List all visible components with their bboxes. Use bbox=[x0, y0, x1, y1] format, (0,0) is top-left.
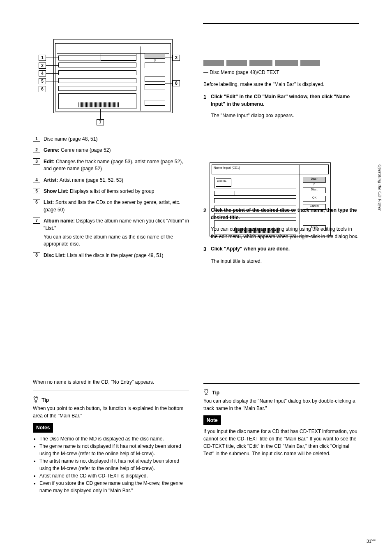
desc-1: Disc name (page 48, 51) bbox=[44, 136, 189, 143]
step-3-after: The input title is stored. bbox=[211, 257, 360, 265]
page: — Disc Memo (page 48)/CD TEXT ▽ 1 2 3 bbox=[0, 0, 392, 556]
no-entry-text: When no name is stored in the CD, "No En… bbox=[33, 378, 189, 386]
step-1: Click "Edit" in the CD "Main Bar" window… bbox=[211, 93, 360, 108]
right-note-text: If you input the disc name for a CD that… bbox=[203, 428, 360, 457]
main-bar-diagram: ▽ 1 2 3 4 5 6 7 8 bbox=[33, 39, 185, 127]
tip-icon bbox=[203, 389, 209, 397]
intro-text: Before labelling, make sure the "Main Ba… bbox=[203, 81, 360, 88]
tip-text: When you point to each button, its funct… bbox=[33, 405, 189, 419]
desc-8: Disc List: Lists all the discs in the pl… bbox=[44, 252, 189, 259]
note-item: The Disc Memo of the MD is displayed as … bbox=[39, 435, 189, 442]
callout-2: 2 bbox=[39, 63, 46, 69]
desc-5: Show List: Displays a list of items sort… bbox=[44, 188, 189, 195]
section-sidebar: Operating the CD Player bbox=[378, 164, 382, 211]
note-item: The artist name is not displayed if it h… bbox=[39, 457, 189, 472]
note-item: The genre name is not displayed if it ha… bbox=[39, 442, 189, 457]
callout-descriptions: 1Disc name (page 48, 51) 2Genre: Genre n… bbox=[33, 136, 189, 263]
desc-6: List: Sorts and lists the CDs on the ser… bbox=[44, 199, 189, 213]
disc-up-button[interactable]: Disc↑ bbox=[303, 177, 326, 183]
callout-5: 5 bbox=[39, 78, 46, 84]
desc-2: Genre: Genre name (page 52) bbox=[44, 147, 189, 154]
left-lower-notes: When no name is stored in the CD, "No En… bbox=[33, 378, 189, 494]
top-rule bbox=[203, 23, 359, 24]
tip-text-right: You can also display the "Name Input" di… bbox=[203, 397, 360, 412]
callout-7: 7 bbox=[97, 119, 104, 125]
tip-icon bbox=[33, 396, 39, 405]
chevron-down-icon: ▽ bbox=[313, 183, 315, 186]
desc-4: Artist: Artist name (page 51, 52, 53) bbox=[44, 177, 189, 184]
note-item: Artist name of the CD with CD-TEXT is di… bbox=[39, 472, 189, 480]
callout-6: 6 bbox=[39, 86, 46, 92]
apply-button[interactable]: Apply bbox=[303, 225, 326, 231]
hidden-title bbox=[203, 60, 323, 66]
callout-1: 1 bbox=[39, 55, 46, 61]
right-lower-notes: Tip You can also display the "Name Input… bbox=[203, 378, 360, 457]
notes-badge: Notes bbox=[33, 423, 53, 433]
desc-7: Album name: Displays the album name when… bbox=[44, 218, 189, 232]
step-3: Click "Apply" when you are done. bbox=[211, 245, 360, 253]
name-input-dialog: Name Input [CD1] Disc 01 Disc↑ ▽ Disc↓ O… bbox=[210, 162, 331, 236]
desc-3: Edit: Changes the track name (page 53), … bbox=[44, 158, 189, 173]
desc-7b: You can also store the album name as the… bbox=[44, 234, 189, 248]
disc-down-button[interactable]: Disc↓ bbox=[303, 188, 326, 193]
callout-4: 4 bbox=[39, 70, 46, 76]
callout-3: 3 bbox=[173, 55, 180, 61]
note-item: Even if you store the CD genre name usin… bbox=[39, 480, 189, 494]
ok-button[interactable]: OK bbox=[303, 196, 326, 202]
page-number: 31GB bbox=[367, 538, 376, 544]
step-1-after: The "Name Input" dialog box appears. bbox=[211, 112, 360, 119]
note-badge: Note bbox=[203, 415, 221, 425]
subtitle: — Disc Memo (page 48)/CD TEXT bbox=[203, 69, 351, 76]
cancel-button[interactable]: Cancel bbox=[303, 204, 326, 210]
chevron-down-icon: ▽ bbox=[154, 59, 156, 63]
callout-8: 8 bbox=[173, 80, 180, 86]
